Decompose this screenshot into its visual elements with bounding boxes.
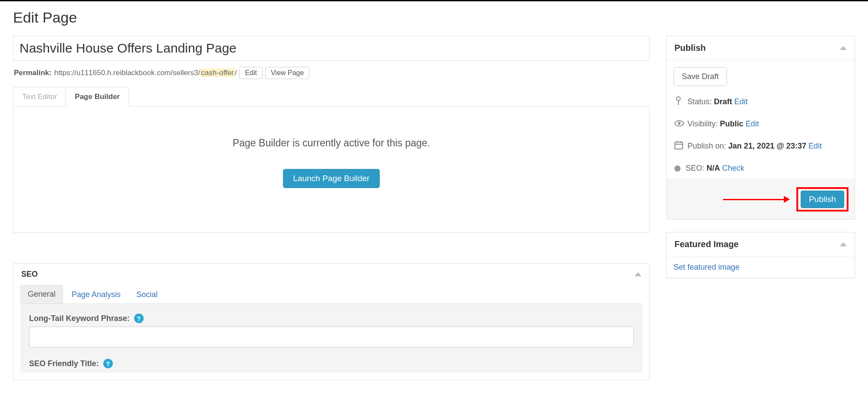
seo-friendly-title-label: SEO Friendly Title: <box>29 359 99 368</box>
permalink-base: https://u111650.h.reiblackbook.com/selle… <box>54 69 200 77</box>
publish-on-label: Publish on: <box>687 142 726 150</box>
page-builder-panel: Page Builder is currently active for thi… <box>13 107 650 233</box>
publish-button[interactable]: Publish <box>801 191 844 208</box>
editor-tabs: Text Editor Page Builder <box>13 87 650 107</box>
annotation-arrow <box>723 196 790 203</box>
pin-icon <box>674 96 682 107</box>
seo-general-content: Long-Tail Keyword Phrase: ? SEO Friendly… <box>20 304 642 373</box>
visibility-edit-link[interactable]: Edit <box>746 119 759 128</box>
page-title-input[interactable] <box>13 36 650 61</box>
publish-on-edit-link[interactable]: Edit <box>809 142 822 150</box>
svg-rect-4 <box>675 142 683 149</box>
page-builder-message: Page Builder is currently active for thi… <box>22 137 641 149</box>
featured-image-title: Featured Image <box>674 239 739 249</box>
publish-panel-title: Publish <box>674 43 706 53</box>
permalink-trail: / <box>235 69 237 77</box>
collapse-icon[interactable] <box>635 272 641 276</box>
help-icon[interactable]: ? <box>103 359 113 368</box>
visibility-value: Public <box>720 119 743 128</box>
visibility-label: Visibility: <box>687 119 718 128</box>
seo-panel-header[interactable]: SEO <box>13 264 649 285</box>
seo-tabs: General Page Analysis Social <box>20 285 642 304</box>
permalink-row: Permalink: https://u111650.h.reiblackboo… <box>14 67 650 79</box>
seo-panel-title: SEO <box>21 270 38 279</box>
permalink-slug[interactable]: cash-offer <box>200 69 234 77</box>
status-label: Status: <box>687 97 712 106</box>
seo-status-label: SEO: <box>686 164 704 172</box>
visibility-row: Visibility: Public Edit <box>674 113 848 135</box>
collapse-icon[interactable] <box>840 46 847 50</box>
eye-icon <box>674 119 682 129</box>
publish-footer: Publish <box>667 179 855 219</box>
tab-page-builder[interactable]: Page Builder <box>66 87 129 107</box>
publish-on-row: Publish on: Jan 21, 2021 @ 23:37 Edit <box>674 135 848 158</box>
featured-image-panel: Featured Image Set featured image <box>666 232 855 278</box>
calendar-icon <box>674 141 682 152</box>
seo-status-value: N/A <box>707 164 720 172</box>
page-title: Edit Page <box>13 9 855 26</box>
help-icon[interactable]: ? <box>134 314 144 323</box>
permalink-edit-button[interactable]: Edit <box>239 67 263 79</box>
collapse-icon[interactable] <box>840 242 847 246</box>
seo-status-row: SEO: N/A Check <box>674 158 848 179</box>
seo-panel: SEO General Page Analysis Social Long-Ta… <box>13 263 650 380</box>
status-value: Draft <box>714 97 732 106</box>
seo-tab-general[interactable]: General <box>20 285 63 304</box>
publish-panel: Publish Save Draft Status: Draft Edit <box>666 36 855 220</box>
long-tail-label: Long-Tail Keyword Phrase: <box>29 314 130 323</box>
permalink-label: Permalink: <box>14 69 52 77</box>
svg-point-0 <box>677 97 681 101</box>
featured-image-header[interactable]: Featured Image <box>667 232 855 257</box>
seo-tab-analysis[interactable]: Page Analysis <box>65 285 128 304</box>
view-page-button[interactable]: View Page <box>265 67 309 79</box>
seo-check-link[interactable]: Check <box>722 164 744 172</box>
tab-text-editor[interactable]: Text Editor <box>13 87 66 107</box>
long-tail-keyword-input[interactable] <box>29 327 634 347</box>
publish-panel-header[interactable]: Publish <box>667 36 855 60</box>
svg-point-3 <box>678 122 681 125</box>
status-dot-icon <box>674 165 681 172</box>
status-row: Status: Draft Edit <box>674 90 848 113</box>
seo-tab-social[interactable]: Social <box>129 285 164 304</box>
set-featured-image-link[interactable]: Set featured image <box>674 263 740 271</box>
status-edit-link[interactable]: Edit <box>734 97 748 106</box>
launch-page-builder-button[interactable]: Launch Page Builder <box>283 169 379 188</box>
publish-on-value: Jan 21, 2021 @ 23:37 <box>728 142 806 150</box>
save-draft-button[interactable]: Save Draft <box>674 67 727 86</box>
annotation-highlight: Publish <box>796 187 848 212</box>
